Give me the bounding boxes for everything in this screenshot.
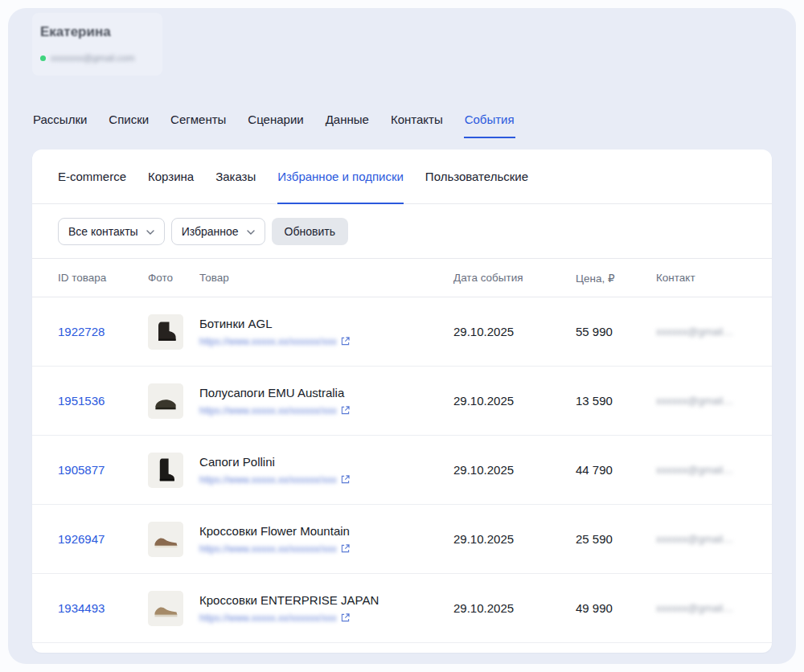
profile-email: xxxxxxx@gmail.com xyxy=(51,53,134,63)
subtab-korzina[interactable]: Корзина xyxy=(148,150,194,204)
contact-email: xxxxxx@gmail… xyxy=(656,326,746,338)
sneaker-icon xyxy=(151,594,180,623)
price: 55 990 xyxy=(576,325,656,338)
ankle-boot-icon xyxy=(151,318,180,346)
contacts-select-value: Все контакты xyxy=(68,225,138,238)
product-url-row[interactable]: https://www.xxxxx.xx/xxxxxx/xxx xyxy=(199,543,453,555)
product-photo xyxy=(148,591,183,626)
profile-email-row: xxxxxxx@gmail.com xyxy=(40,53,151,63)
status-dot-icon xyxy=(40,55,46,61)
table-header: ID товара Фото Товар Дата события Цена, … xyxy=(32,259,772,297)
event-date: 29.10.2025 xyxy=(453,325,576,338)
external-link-icon xyxy=(341,544,350,553)
filter-bar: Все контакты Избранное Обновить xyxy=(32,204,772,259)
external-link-icon xyxy=(341,337,350,346)
product-photo xyxy=(148,314,183,350)
product-url: https://www.xxxxx.xx/xxxxxx/xxx xyxy=(199,336,337,347)
contact-email: xxxxxx@gmail… xyxy=(656,464,746,476)
event-date: 29.10.2025 xyxy=(453,601,576,615)
product-url: https://www.xxxxx.xx/xxxxxx/xxx xyxy=(199,474,337,486)
product-url-row[interactable]: https://www.xxxxx.xx/xxxxxx/xxx xyxy=(199,336,453,347)
product-url: https://www.xxxxx.xx/xxxxxx/xxx xyxy=(199,543,337,555)
external-link-icon xyxy=(341,475,350,484)
product-id-link[interactable]: 1922728 xyxy=(58,325,105,338)
product-name: Полусапоги EMU Australia xyxy=(199,386,453,400)
chevron-down-icon xyxy=(247,230,255,235)
product-name: Кроссовки Flower Mountain xyxy=(199,524,453,538)
product-photo xyxy=(148,453,183,488)
sneaker-icon xyxy=(151,525,180,554)
subtab-polzovatelskie[interactable]: Пользовательские xyxy=(425,150,528,204)
product-name: Кроссовки ENTERPRISE JAPAN xyxy=(199,593,453,607)
product-photo xyxy=(148,522,183,557)
product-url: https://www.xxxxx.xx/xxxxxx/xxx xyxy=(199,613,337,624)
price: 13 590 xyxy=(576,394,656,408)
col-header-product: Товар xyxy=(199,272,453,284)
subtab-izbrannoe[interactable]: Избранное и подписки xyxy=(277,150,404,204)
nav-tab-segmenty[interactable]: Сегменты xyxy=(170,109,227,138)
main-nav: Рассылки Списки Сегменты Сценарии Данные… xyxy=(32,109,772,138)
product-url: https://www.xxxxx.xx/xxxxxx/xxx xyxy=(199,405,337,416)
product-id-link[interactable]: 1905877 xyxy=(58,463,105,477)
nav-tab-kontakty[interactable]: Контакты xyxy=(390,109,444,138)
refresh-button[interactable]: Обновить xyxy=(272,218,348,245)
col-header-id: ID товара xyxy=(58,272,148,284)
chevron-down-icon xyxy=(146,230,154,235)
col-header-photo: Фото xyxy=(148,272,199,284)
event-type-select-value: Избранное xyxy=(182,225,239,238)
product-id-link[interactable]: 1951536 xyxy=(58,394,105,408)
table-row: 1926947 Кроссовки Flower Mountain https:… xyxy=(32,505,772,574)
product-url-row[interactable]: https://www.xxxxx.xx/xxxxxx/xxx xyxy=(199,474,453,486)
app-container: Екатерина xxxxxxx@gmail.com Рассылки Спи… xyxy=(8,8,796,664)
col-header-contact: Контакт xyxy=(656,272,746,284)
subtab-ecommerce[interactable]: E-commerce xyxy=(58,150,126,204)
tall-boot-icon xyxy=(151,456,180,485)
nav-tab-sobytiya[interactable]: События xyxy=(464,109,515,138)
product-id-link[interactable]: 1934493 xyxy=(58,601,105,615)
nav-tab-scenarii[interactable]: Сценарии xyxy=(247,109,304,138)
product-name: Сапоги Pollini xyxy=(199,455,453,469)
low-boot-icon xyxy=(151,387,180,416)
event-date: 29.10.2025 xyxy=(453,463,576,477)
product-id-link[interactable]: 1926947 xyxy=(58,532,105,546)
product-url-row[interactable]: https://www.xxxxx.xx/xxxxxx/xxx xyxy=(199,613,453,624)
event-date: 29.10.2025 xyxy=(453,532,576,546)
external-link-icon xyxy=(341,613,350,622)
nav-tab-rassylki[interactable]: Рассылки xyxy=(32,109,88,138)
contacts-select[interactable]: Все контакты xyxy=(58,218,165,245)
contact-email: xxxxxx@gmail… xyxy=(656,602,746,614)
nav-tab-dannye[interactable]: Данные xyxy=(325,109,370,138)
price: 25 590 xyxy=(576,532,656,546)
events-subnav: E-commerce Корзина Заказы Избранное и по… xyxy=(32,150,772,204)
profile-block: Екатерина xxxxxxx@gmail.com xyxy=(32,13,162,76)
events-card: E-commerce Корзина Заказы Избранное и по… xyxy=(32,150,772,653)
product-photo xyxy=(148,383,183,419)
price: 44 790 xyxy=(576,463,656,477)
price: 49 990 xyxy=(576,601,656,615)
product-name: Ботинки AGL xyxy=(199,317,453,330)
col-header-date: Дата события xyxy=(453,272,576,284)
table-row: 1951536 Полусапоги EMU Australia https:/… xyxy=(32,367,772,436)
profile-name: Екатерина xyxy=(40,24,151,40)
contact-email: xxxxxx@gmail… xyxy=(656,533,746,545)
col-header-price: Цена, ₽ xyxy=(576,272,656,285)
subtab-zakazy[interactable]: Заказы xyxy=(215,150,256,204)
nav-tab-spiski[interactable]: Списки xyxy=(108,109,150,138)
external-link-icon xyxy=(341,406,350,415)
event-type-select[interactable]: Избранное xyxy=(171,218,265,245)
contact-email: xxxxxx@gmail… xyxy=(656,395,746,407)
table-row: 1905877 Сапоги Pollini https://www.xxxxx… xyxy=(32,436,772,505)
table-row: 1934493 Кроссовки ENTERPRISE JAPAN https… xyxy=(32,574,772,643)
product-url-row[interactable]: https://www.xxxxx.xx/xxxxxx/xxx xyxy=(199,405,453,416)
table-row: 1922728 Ботинки AGL https://www.xxxxx.xx… xyxy=(32,297,772,367)
event-date: 29.10.2025 xyxy=(453,394,576,408)
